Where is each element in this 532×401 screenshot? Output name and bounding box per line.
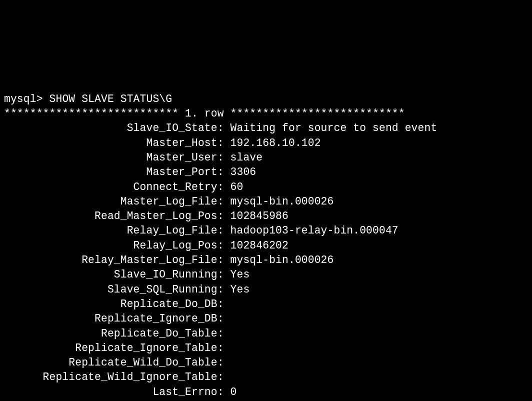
status-row: Read_Master_Log_Pos: 102845986 <box>4 210 288 222</box>
field-value: 192.168.10.102 <box>230 137 321 149</box>
field-label: Replicate_Do_DB <box>4 297 218 312</box>
status-row: Replicate_Wild_Do_Table: <box>4 356 230 368</box>
status-row: Replicate_Do_DB: <box>4 298 230 310</box>
status-row: Slave_IO_State: Waiting for source to se… <box>4 122 437 134</box>
status-row: Replicate_Ignore_DB: <box>4 312 230 324</box>
status-row: Relay_Log_Pos: 102846202 <box>4 240 288 252</box>
status-row: Slave_IO_Running: Yes <box>4 268 250 280</box>
status-row: Replicate_Ignore_Table: <box>4 342 230 354</box>
field-label: Slave_IO_Running <box>4 268 218 282</box>
field-label: Replicate_Do_Table <box>4 326 218 341</box>
field-label: Replicate_Ignore_Table <box>4 341 218 356</box>
field-label: Replicate_Wild_Do_Table <box>4 356 218 370</box>
status-row: Master_Port: 3306 <box>4 166 256 178</box>
status-row: Master_Log_File: mysql-bin.000026 <box>4 196 334 208</box>
field-label: Relay_Log_File <box>4 224 218 238</box>
field-label: Connect_Retry <box>4 180 218 194</box>
field-label: Master_User <box>4 150 218 165</box>
field-value: Waiting for source to send event <box>230 122 438 134</box>
field-value: hadoop103-relay-bin.000047 <box>230 224 398 236</box>
status-row: Connect_Retry: 60 <box>4 181 243 193</box>
field-label: Master_Host <box>4 136 218 150</box>
status-row: Replicate_Wild_Ignore_Table: <box>4 371 230 383</box>
field-value: mysql-bin.000026 <box>230 254 334 266</box>
row-separator-middle: 1. row <box>178 108 230 120</box>
field-label: Read_Master_Log_Pos <box>4 209 218 224</box>
field-label: Relay_Log_Pos <box>4 238 218 253</box>
status-row: Relay_Master_Log_File: mysql-bin.000026 <box>4 254 334 266</box>
field-value: 3306 <box>230 166 256 178</box>
field-value: 0 <box>230 386 237 398</box>
status-row: Slave_SQL_Running: Yes <box>4 284 250 296</box>
field-label: Slave_IO_State <box>4 121 218 136</box>
field-value: Yes <box>230 284 250 296</box>
row-separator: *************************** 1. row *****… <box>4 108 405 120</box>
status-row: Master_User: slave <box>4 152 262 164</box>
field-label: Replicate_Ignore_DB <box>4 312 218 326</box>
field-label: Master_Log_File <box>4 194 218 209</box>
row-separator-right: *************************** <box>230 108 405 120</box>
field-label: Slave_SQL_Running <box>4 282 218 297</box>
field-value: 60 <box>230 181 244 193</box>
field-value: mysql-bin.000026 <box>230 196 334 208</box>
field-label: Relay_Master_Log_File <box>4 253 218 268</box>
field-label: Master_Port <box>4 165 218 180</box>
command-text: SHOW SLAVE STATUS\G <box>50 93 172 105</box>
field-value: 102846202 <box>230 240 288 252</box>
status-row: Last_Errno: 0 <box>4 386 237 398</box>
mysql-prompt: mysql> SHOW SLAVE STATUS\G <box>4 93 172 105</box>
field-label: Last_Errno <box>4 385 218 400</box>
terminal-output: mysql> SHOW SLAVE STATUS\G *************… <box>0 73 532 401</box>
field-value: Yes <box>230 268 250 280</box>
status-row: Relay_Log_File: hadoop103-relay-bin.0000… <box>4 224 398 236</box>
row-separator-left: *************************** <box>4 108 178 120</box>
field-value: slave <box>230 152 263 164</box>
field-label: Replicate_Wild_Ignore_Table <box>4 370 218 384</box>
status-row: Master_Host: 192.168.10.102 <box>4 137 321 149</box>
status-fields: Slave_IO_State: Waiting for source to se… <box>4 121 532 401</box>
prompt-text: mysql> <box>4 93 43 105</box>
field-value: 102845986 <box>230 210 288 222</box>
status-row: Replicate_Do_Table: <box>4 328 230 340</box>
